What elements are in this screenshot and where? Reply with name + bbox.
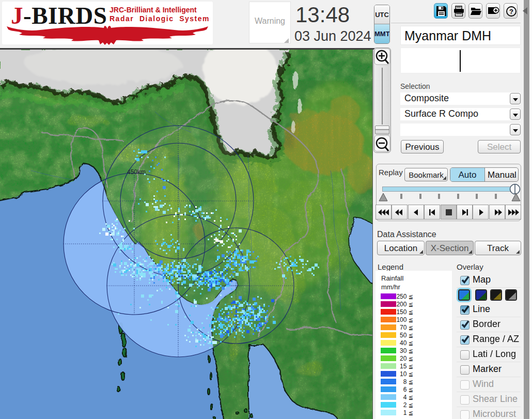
svg-text:?: ?: [509, 8, 513, 15]
svg-text:450km: 450km: [127, 168, 146, 176]
